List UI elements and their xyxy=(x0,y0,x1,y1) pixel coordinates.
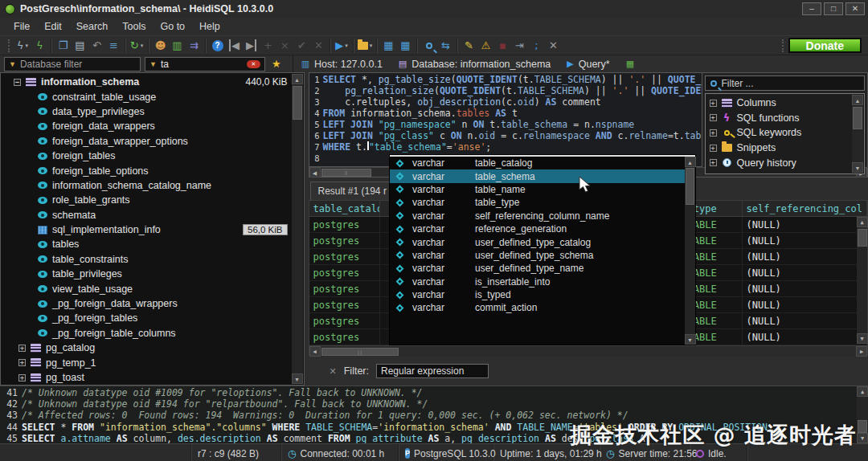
cell-table-catalog[interactable]: postgres xyxy=(309,297,380,312)
scroll-thumb[interactable] xyxy=(853,107,862,129)
collapse-icon[interactable]: − xyxy=(14,79,21,86)
scroll-down-icon[interactable]: ▼ xyxy=(857,433,868,443)
close-tab-button[interactable]: ✕ xyxy=(545,38,562,54)
helper-item-history[interactable]: +Query history xyxy=(706,155,865,170)
find-text-button[interactable] xyxy=(420,38,437,54)
delete-row-button[interactable]: × xyxy=(276,38,293,54)
query-profile-checkbox[interactable] xyxy=(722,173,730,174)
cell-table-catalog[interactable]: postgres xyxy=(309,281,380,296)
tree-item-data_type_privileges[interactable]: data_type_privileges xyxy=(1,104,304,119)
run-query-button[interactable]: ▶▾ xyxy=(334,38,350,54)
tree-item-role_table_grants[interactable]: role_table_grants xyxy=(1,193,304,207)
menu-go-to[interactable]: Go to xyxy=(154,19,193,34)
clear-filter-icon[interactable]: ✕ xyxy=(247,60,260,68)
scroll-down-icon[interactable]: ▼ xyxy=(852,162,863,173)
tree-item-view_table_usage[interactable]: view_table_usage xyxy=(1,281,304,296)
find-replace-button[interactable]: ⇆ xyxy=(437,38,454,54)
tree-item-_pg_foreign_data_wrappers[interactable]: _pg_foreign_data_wrappers xyxy=(1,296,304,311)
helper-item-profile[interactable]: +Query profile xyxy=(706,170,865,174)
tree-schema-pg_catalog[interactable]: +pg_catalog xyxy=(1,341,304,355)
minimize-button[interactable]: – xyxy=(802,2,821,15)
scroll-left-icon[interactable]: ◀ xyxy=(309,346,321,357)
autocomplete-row-user_defined_type_schema[interactable]: varcharuser_defined_type_schema xyxy=(390,249,695,262)
dropdown-caret-icon[interactable]: ▾ xyxy=(370,43,373,49)
cell-self-referencing[interactable]: (NULL) xyxy=(743,249,868,264)
tree-schema-pg_temp_1[interactable]: +pg_temp_1 xyxy=(1,355,304,369)
expand-icon[interactable]: + xyxy=(710,159,717,166)
go-last-button[interactable]: ▶ xyxy=(243,38,260,54)
refresh-button[interactable]: ↻▾ xyxy=(129,38,145,54)
post-changes-button[interactable]: ✔ xyxy=(293,38,310,54)
data-flow-button[interactable]: ⇉ xyxy=(186,38,203,54)
expand-icon[interactable]: + xyxy=(710,114,717,121)
indent-button[interactable]: ⇥ xyxy=(511,38,528,54)
tree-schema-pg_toast[interactable]: +pg_toast xyxy=(1,370,304,385)
cell-table-catalog[interactable]: postgres xyxy=(309,249,380,264)
tab-database[interactable]: ▤Database: information_schema xyxy=(391,55,559,73)
autocomplete-row-table_catalog[interactable]: varchartable_catalog xyxy=(390,157,695,169)
paste-button[interactable]: ▤ xyxy=(72,38,88,54)
undo-button[interactable]: ↶ xyxy=(88,38,105,54)
tree-item-tables[interactable]: tables xyxy=(1,237,304,251)
dropdown-scrollbar[interactable]: ▲▼ xyxy=(685,157,695,345)
autocomplete-row-self_referencing_column_name[interactable]: varcharself_referencing_column_name xyxy=(390,210,695,222)
scroll-up-icon[interactable]: ▲ xyxy=(857,386,868,397)
clear-grid-filter-icon[interactable]: ✕ xyxy=(330,366,337,377)
autocomplete-row-is_typed[interactable]: varcharis_typed xyxy=(390,288,695,301)
menu-tools[interactable]: Tools xyxy=(115,19,153,34)
tree-item-schemata[interactable]: schemata xyxy=(1,208,304,222)
tree-item-constraint_table_usage[interactable]: constraint_table_usage xyxy=(1,89,304,104)
expand-icon[interactable]: + xyxy=(18,359,26,366)
tree-item-table_constraints[interactable]: table_constraints xyxy=(1,252,304,267)
cell-self-referencing[interactable]: (NULL) xyxy=(743,313,868,328)
maximize-button[interactable]: □ xyxy=(824,2,843,15)
tree-item-sql_implementation_info[interactable]: sql_implementation_info56,0 KiB xyxy=(1,222,304,237)
database-filter-input[interactable]: ▼ Database filter xyxy=(4,57,141,71)
log-scrollbar[interactable]: ▲▼ xyxy=(857,386,868,443)
menu-search[interactable]: Search xyxy=(69,19,116,34)
grid-filter-input[interactable]: Regular expression xyxy=(376,364,489,378)
column-header-table-catalog[interactable]: table_catalog xyxy=(309,201,380,216)
autocomplete-row-commit_action[interactable]: varcharcommit_action xyxy=(390,301,695,314)
tree-scrollbar[interactable]: ▲▼ xyxy=(292,74,303,384)
autocomplete-row-reference_generation[interactable]: varcharreference_generation xyxy=(390,222,695,235)
load-sql-file-button[interactable]: ▾ xyxy=(357,38,374,54)
autocomplete-row-user_defined_type_name[interactable]: varcharuser_defined_type_name xyxy=(390,262,695,275)
tab-query[interactable]: ▶Query* xyxy=(559,55,617,73)
session-manager-button[interactable]: ϟ▾ xyxy=(14,38,31,54)
bind-params-button[interactable]: ▪ xyxy=(494,38,511,54)
helper-filter-input[interactable]: Filter ... xyxy=(705,75,866,91)
column-header-self-referencing[interactable]: self_referencing_col xyxy=(743,201,868,216)
helper-item-columns[interactable]: +Columns xyxy=(706,96,865,111)
user-manager-button[interactable]: ☻ xyxy=(152,38,169,54)
sql-editor[interactable]: 1SELECT *, pg_table_size(QUOTE_IDENT(t.T… xyxy=(309,72,702,167)
table-filter-input[interactable]: ▼ ta ✕ xyxy=(145,57,265,71)
expand-icon[interactable]: + xyxy=(710,145,717,152)
scroll-thumb[interactable] xyxy=(293,86,302,120)
go-first-button[interactable]: ◀ xyxy=(226,38,243,54)
scroll-down-icon[interactable]: ▼ xyxy=(292,373,303,384)
helper-scrollbar[interactable]: ▲▼ xyxy=(852,95,863,173)
scroll-up-icon[interactable]: ▲ xyxy=(857,217,868,227)
expand-icon[interactable]: + xyxy=(18,345,26,352)
reformat-sql-button[interactable]: ✎ xyxy=(461,38,477,54)
tree-item-table_privileges[interactable]: table_privileges xyxy=(1,267,304,281)
scroll-thumb[interactable]: || xyxy=(321,348,399,356)
autocomplete-row-table_name[interactable]: varchartable_name xyxy=(390,183,695,196)
cell-self-referencing[interactable]: (NULL) xyxy=(743,297,868,312)
cell-self-referencing[interactable]: (NULL) xyxy=(743,281,868,296)
helper-item-functions[interactable]: +ϟSQL functions xyxy=(706,111,865,126)
save-sql-button[interactable]: ▦ xyxy=(380,38,397,54)
cell-self-referencing[interactable]: (NULL) xyxy=(743,265,868,280)
dropdown-caret-icon[interactable]: ▾ xyxy=(26,43,29,49)
scroll-up-icon[interactable]: ▲ xyxy=(292,74,303,84)
helper-item-snippets[interactable]: +Snippets xyxy=(706,141,865,156)
tree-item-_pg_foreign_table_columns[interactable]: _pg_foreign_table_columns xyxy=(1,326,304,341)
close-button[interactable]: ✕ xyxy=(845,2,865,15)
save-snippet-button[interactable]: ▦ xyxy=(397,38,414,54)
tree-root-information-schema[interactable]: −information_schema440,0 KiB xyxy=(1,75,304,89)
tree-item-foreign_table_options[interactable]: foreign_table_options xyxy=(1,163,304,177)
copy-button[interactable]: ❐ xyxy=(55,38,72,54)
donate-button[interactable]: Donate xyxy=(788,38,862,53)
autocomplete-row-user_defined_type_catalog[interactable]: varcharuser_defined_type_catalog xyxy=(390,235,695,248)
